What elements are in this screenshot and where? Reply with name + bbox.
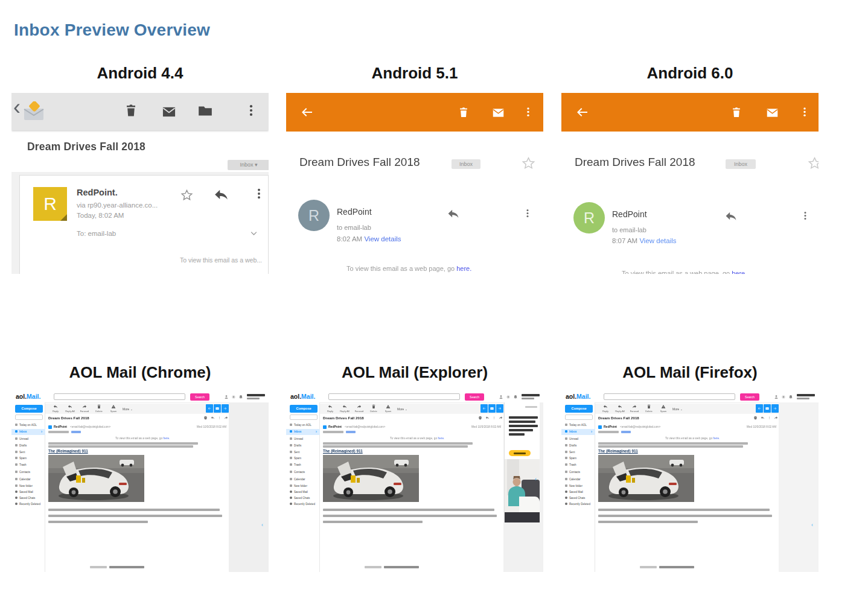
sidebar-item-inbox[interactable]: Inbox›	[286, 429, 320, 435]
message-card[interactable]: R RedPoint. via rp90.year-alliance.co...…	[19, 175, 269, 274]
next-message-button[interactable]	[222, 404, 229, 413]
web-note-link[interactable]: here.	[438, 437, 444, 440]
article-link[interactable]: The (Reimagined) 911	[48, 449, 88, 453]
reply-icon[interactable]	[485, 416, 490, 420]
compose-button[interactable]: Compose	[290, 405, 318, 413]
web-note-link[interactable]: here.	[732, 270, 747, 274]
view-details-link[interactable]: View details	[639, 237, 676, 244]
sidebar-item-today-on-aol[interactable]: Today on AOL	[11, 422, 45, 428]
search-button[interactable]: Search	[740, 393, 759, 401]
prev-message-button[interactable]	[206, 404, 213, 413]
overflow-menu-icon[interactable]	[800, 209, 810, 223]
article-link[interactable]: The (Reimagined) 911	[323, 449, 363, 453]
reply-button[interactable]: Reply	[324, 404, 337, 413]
sidebar-item-drafts[interactable]: Drafts	[286, 443, 320, 449]
star-icon[interactable]	[180, 189, 193, 202]
label-chip[interactable]: Inbox ▾	[228, 160, 269, 170]
settings-gear-icon[interactable]	[781, 395, 786, 399]
overflow-menu-icon[interactable]	[253, 186, 265, 202]
preview-android-4-4[interactable]: ‹ Dream Drives Fall 2018 Inbox ▾ R RedPo…	[11, 93, 269, 274]
overflow-menu-icon[interactable]	[493, 416, 496, 420]
forward-button[interactable]: Forward	[353, 404, 366, 413]
reply-button[interactable]: Reply	[49, 404, 62, 413]
reply-button[interactable]: Reply	[599, 404, 612, 413]
web-note-link[interactable]: here.	[456, 265, 471, 272]
label-chip[interactable]: Inbox	[452, 159, 480, 169]
contacts-icon[interactable]	[774, 395, 779, 399]
delete-button[interactable]: Delete	[642, 404, 656, 413]
preview-aol-firefox[interactable]: aol.Mail. Search Compose Today on AOL In…	[561, 391, 819, 572]
notifications-bell-icon[interactable]	[788, 395, 793, 399]
slider-chevron-icon[interactable]: ‹	[535, 476, 537, 482]
spam-button[interactable]: Spam	[381, 404, 395, 413]
sidebar-item-spam[interactable]: Spam	[11, 456, 45, 462]
sidebar-item-trash[interactable]: Trash	[11, 462, 45, 468]
sidebar-item-spam[interactable]: Spam	[561, 456, 595, 462]
search-button[interactable]: Search	[465, 393, 484, 401]
reply-all-button[interactable]: Reply All	[63, 404, 77, 413]
account-name-placeholder[interactable]	[247, 394, 265, 396]
contacts-icon[interactable]	[499, 395, 503, 399]
sidebar-item-calendar[interactable]: Calendar	[286, 477, 320, 483]
forward-button[interactable]: Forward	[78, 404, 91, 413]
sidebar-item-saved-chats[interactable]: Saved Chats	[11, 495, 45, 501]
sidebar-item-new-folder[interactable]: New folder	[561, 483, 595, 489]
label-chip[interactable]: Inbox	[726, 159, 756, 169]
trash-icon[interactable]	[124, 103, 138, 119]
sidebar-item-spam[interactable]: Spam	[286, 456, 320, 462]
sidebar-item-calendar[interactable]: Calendar	[11, 477, 45, 483]
contacts-icon[interactable]	[224, 395, 229, 399]
sidebar-item-recently-deleted[interactable]: Recently Deleted	[561, 501, 595, 507]
sidebar-item-calendar[interactable]: Calendar	[561, 477, 595, 483]
sidebar-item-drafts[interactable]: Drafts	[11, 443, 45, 449]
sidebar-item-unread[interactable]: Unread	[11, 436, 45, 442]
mark-unread-button[interactable]	[214, 404, 221, 413]
sidebar-item-sent[interactable]: Sent	[11, 449, 45, 456]
trash-icon[interactable]	[458, 106, 470, 119]
next-message-button[interactable]	[771, 404, 779, 413]
ad-cta-button[interactable]	[509, 450, 531, 456]
reply-icon[interactable]	[447, 208, 460, 221]
sidebar-item-recently-deleted[interactable]: Recently Deleted	[11, 501, 45, 507]
overflow-menu-icon[interactable]	[768, 416, 771, 420]
back-icon[interactable]	[575, 105, 589, 119]
sidebar-item-recently-deleted[interactable]: Recently Deleted	[286, 501, 320, 507]
mark-unread-button[interactable]	[488, 404, 496, 413]
more-menu[interactable]: More ⌄	[672, 407, 683, 411]
compose-button[interactable]: Compose	[565, 405, 593, 413]
details-link-placeholder[interactable]	[71, 431, 81, 433]
settings-gear-icon[interactable]	[506, 395, 511, 399]
sidebar-item-inbox[interactable]: Inbox›	[561, 429, 595, 435]
reply-all-button[interactable]: Reply All	[613, 404, 627, 413]
overflow-menu-icon[interactable]	[799, 104, 810, 119]
search-input[interactable]	[54, 393, 185, 400]
slider-chevron-icon[interactable]: ‹	[261, 522, 263, 528]
sidebar-item-new-folder[interactable]: New folder	[286, 483, 320, 489]
reply-all-button[interactable]: Reply All	[338, 404, 351, 413]
sidebar-item-inbox[interactable]: Inbox›	[11, 429, 45, 435]
sidebar-item-sent[interactable]: Sent	[561, 449, 595, 456]
prev-message-button[interactable]	[480, 404, 488, 413]
sidebar-item-contacts[interactable]: Contacts	[11, 469, 45, 475]
print-icon[interactable]	[203, 416, 208, 420]
article-link[interactable]: The (Reimagined) 911	[598, 449, 638, 453]
search-input[interactable]	[328, 393, 460, 400]
spam-button[interactable]: Spam	[107, 404, 120, 413]
footer-link-placeholder[interactable]	[109, 566, 144, 568]
web-note-link[interactable]: here.	[713, 437, 720, 440]
more-menu[interactable]: More ⌄	[397, 407, 407, 411]
sidebar-item-unread[interactable]: Unread	[561, 436, 595, 442]
compose-button[interactable]: Compose	[15, 405, 43, 413]
reply-icon[interactable]	[211, 416, 215, 420]
sidebar-item-saved-chats[interactable]: Saved Chats	[286, 495, 320, 501]
forward-icon[interactable]	[774, 416, 778, 420]
sidebar-item-contacts[interactable]: Contacts	[286, 469, 320, 475]
sidebar-item-today-on-aol[interactable]: Today on AOL	[286, 422, 320, 428]
sidebar-item-today-on-aol[interactable]: Today on AOL	[561, 422, 595, 428]
mark-unread-button[interactable]	[764, 404, 771, 413]
notifications-bell-icon[interactable]	[513, 395, 518, 399]
back-icon[interactable]: ‹	[13, 97, 21, 118]
sidebar-item-saved-chats[interactable]: Saved Chats	[561, 495, 595, 501]
overflow-menu-icon[interactable]	[244, 102, 258, 119]
preview-aol-explorer[interactable]: aol.Mail. Search Compose Today on AOL In…	[286, 391, 543, 572]
